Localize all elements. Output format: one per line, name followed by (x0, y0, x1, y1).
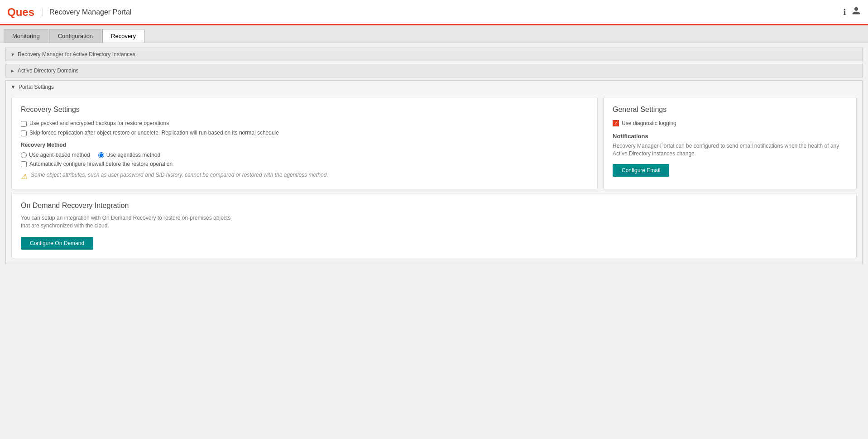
skip-replication-checkbox[interactable] (21, 130, 27, 136)
agentless-option: Use agentless method (98, 152, 160, 158)
agentless-label: Use agentless method (106, 152, 160, 158)
recovery-settings-title: Recovery Settings (21, 106, 588, 114)
warning-text: Some object attributes, such as user pas… (31, 172, 328, 178)
tab-monitoring[interactable]: Monitoring (4, 29, 48, 43)
rm-instances-label: Recovery Manager for Active Directory In… (18, 51, 135, 58)
agentless-radio[interactable] (98, 152, 104, 158)
tab-configuration[interactable]: Configuration (49, 29, 101, 43)
header-left: Quest Recovery Manager Portal (7, 5, 131, 19)
rm-instances-section: ▼ Recovery Manager for Active Directory … (5, 48, 863, 61)
on-demand-card: On Demand Recovery Integration You can s… (11, 193, 857, 258)
diagnostic-logging-checkbox[interactable] (613, 120, 619, 126)
agent-based-option: Use agent-based method (21, 152, 90, 158)
app-title: Recovery Manager Portal (43, 8, 131, 16)
warning-box: ⚠ Some object attributes, such as user p… (21, 172, 588, 181)
auto-configure-row: Automatically configure firewall before … (21, 161, 588, 167)
agent-based-radio[interactable] (21, 152, 27, 158)
cards-row: Recovery Settings Use packed and encrypt… (6, 93, 862, 193)
ad-domains-arrow: ► (10, 68, 15, 73)
ad-domains-label: Active Directory Domains (18, 68, 79, 74)
ad-domains-section: ► Active Directory Domains (5, 64, 863, 77)
quest-logo: Quest (7, 5, 34, 19)
recovery-settings-card: Recovery Settings Use packed and encrypt… (11, 97, 598, 189)
packed-backups-row: Use packed and encrypted backups for res… (21, 120, 588, 127)
info-icon[interactable]: ℹ (843, 7, 846, 17)
notifications-desc: Recovery Manager Portal can be configure… (613, 142, 847, 158)
warning-icon: ⚠ (21, 172, 27, 181)
general-settings-card: General Settings Use diagnostic logging … (603, 97, 857, 189)
user-icon[interactable] (852, 6, 861, 18)
configure-email-button[interactable]: Configure Email (613, 164, 669, 177)
svg-text:Quest: Quest (7, 5, 34, 18)
portal-settings-arrow: ▼ (10, 84, 16, 90)
packed-backups-label: Use packed and encrypted backups for res… (29, 120, 169, 126)
packed-backups-checkbox[interactable] (21, 121, 27, 127)
auto-configure-checkbox[interactable] (21, 161, 27, 167)
tab-recovery[interactable]: Recovery (102, 29, 144, 43)
diagnostic-logging-label: Use diagnostic logging (622, 120, 676, 126)
skip-replication-row: Skip forced replication after object res… (21, 130, 588, 136)
diagnostic-logging-row: Use diagnostic logging (613, 120, 847, 126)
header-icons: ℹ (843, 6, 861, 18)
recovery-method-heading: Recovery Method (21, 142, 588, 148)
header: Quest Recovery Manager Portal ℹ (0, 0, 868, 25)
configure-on-demand-button[interactable]: Configure On Demand (21, 237, 93, 250)
ad-domains-header[interactable]: ► Active Directory Domains (6, 64, 862, 77)
on-demand-desc: You can setup an integration with On Dem… (21, 214, 847, 230)
agent-based-label: Use agent-based method (29, 152, 90, 158)
portal-settings-header[interactable]: ▼ Portal Settings (6, 81, 862, 93)
rm-instances-arrow: ▼ (10, 52, 15, 57)
nav-tabs: Monitoring Configuration Recovery (0, 25, 868, 43)
notifications-title: Notifications (613, 133, 847, 140)
portal-settings-label: Portal Settings (19, 84, 54, 90)
on-demand-desc-line1: You can setup an integration with On Dem… (21, 215, 230, 221)
general-settings-title: General Settings (613, 106, 847, 114)
skip-replication-label: Skip forced replication after object res… (29, 130, 279, 136)
on-demand-title: On Demand Recovery Integration (21, 202, 847, 210)
on-demand-desc-line2: that are synchronized with the cloud. (21, 222, 109, 229)
radio-row: Use agent-based method Use agentless met… (21, 152, 588, 158)
rm-instances-header[interactable]: ▼ Recovery Manager for Active Directory … (6, 48, 862, 61)
main-content: ▼ Recovery Manager for Active Directory … (0, 43, 868, 437)
portal-settings-section: ▼ Portal Settings Recovery Settings Use … (5, 80, 863, 264)
auto-configure-label: Automatically configure firewall before … (29, 161, 173, 167)
